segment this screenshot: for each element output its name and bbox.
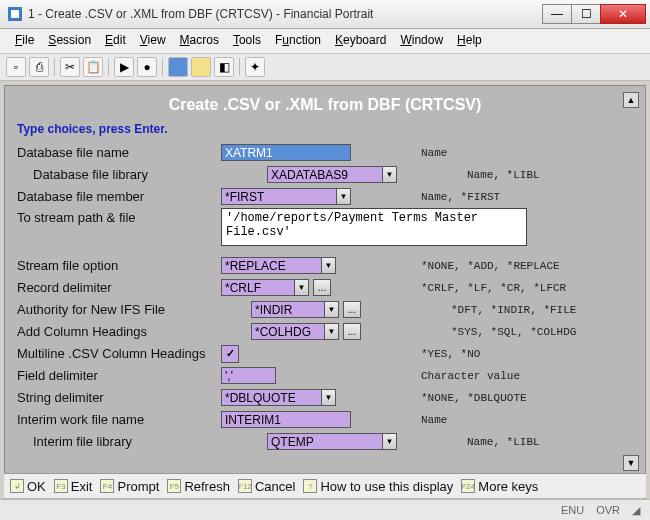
label-colhdg: Add Column Headings — [17, 324, 221, 339]
input-db-mbr[interactable] — [221, 188, 336, 205]
fkey-refresh[interactable]: F5Refresh — [167, 479, 230, 494]
hint-colhdg: *SYS, *SQL, *COLHDG — [451, 326, 576, 338]
screen-prompt: Type choices, press Enter. — [5, 122, 645, 142]
fkey-more[interactable]: F24More keys — [461, 479, 538, 494]
input-rcddlm[interactable] — [221, 279, 294, 296]
tool-settings-icon[interactable]: ✦ — [245, 57, 265, 77]
toolbar: ▫ ⎙ ✂ 📋 ▶ ● ◧ ✦ — [0, 54, 650, 81]
menubar: File Session Edit View Macros Tools Func… — [0, 29, 650, 54]
dropdown-db-mbr[interactable]: ▼ — [336, 188, 351, 205]
hint-mline: *YES, *NO — [421, 348, 480, 360]
form-area: Database file name Name Database file li… — [5, 142, 645, 452]
label-stmf: Stream file option — [17, 258, 221, 273]
dropdown-worklib[interactable]: ▼ — [382, 433, 397, 450]
menu-session[interactable]: Session — [41, 31, 98, 51]
fkey-prompt[interactable]: F4Prompt — [100, 479, 159, 494]
label-db-lib: Database file library — [17, 167, 237, 182]
label-auth: Authority for New IFS File — [17, 302, 221, 317]
hint-db-file: Name — [421, 147, 447, 159]
tool-record-icon[interactable]: ● — [137, 57, 157, 77]
hint-auth: *DFT, *INDIR, *FILE — [451, 304, 576, 316]
label-flddlm: Field delimiter — [17, 368, 221, 383]
tool-screen3-icon[interactable]: ◧ — [214, 57, 234, 77]
menu-keyboard[interactable]: Keyboard — [328, 31, 393, 51]
hint-rcddlm: *CRLF, *LF, *CR, *LFCR — [421, 282, 566, 294]
menu-edit[interactable]: Edit — [98, 31, 133, 51]
label-rcddlm: Record delimiter — [17, 280, 221, 295]
hint-worklib: Name, *LIBL — [467, 436, 540, 448]
hint-stmf: *NONE, *ADD, *REPLACE — [421, 260, 560, 272]
input-worklib[interactable] — [267, 433, 382, 450]
status-resize-icon[interactable]: ◢ — [632, 504, 640, 517]
tool-new-icon[interactable]: ▫ — [6, 57, 26, 77]
dropdown-stmf[interactable]: ▼ — [321, 257, 336, 274]
function-key-bar: ↲OK F3Exit F4Prompt F5Refresh F12Cancel … — [4, 473, 646, 498]
hint-db-lib: Name, *LIBL — [467, 169, 540, 181]
fkey-cancel[interactable]: F12Cancel — [238, 479, 295, 494]
menu-function[interactable]: Function — [268, 31, 328, 51]
input-db-file[interactable] — [221, 144, 351, 161]
label-strdlm: String delimiter — [17, 390, 221, 405]
checkbox-mline[interactable]: ✓ — [221, 345, 239, 363]
tool-print-icon[interactable]: ⎙ — [29, 57, 49, 77]
dropdown-rcddlm[interactable]: ▼ — [294, 279, 309, 296]
hint-work: Name — [421, 414, 447, 426]
input-flddlm[interactable] — [221, 367, 276, 384]
label-db-mbr: Database file member — [17, 189, 221, 204]
input-strdlm[interactable] — [221, 389, 321, 406]
label-mline: Multiline .CSV Column Headings — [17, 346, 221, 361]
window-title: 1 - Create .CSV or .XML from DBF (CRTCSV… — [28, 7, 543, 21]
tool-play-icon[interactable]: ▶ — [114, 57, 134, 77]
menu-view[interactable]: View — [133, 31, 173, 51]
fkey-exit[interactable]: F3Exit — [54, 479, 93, 494]
status-bar: ENU OVR ◢ — [0, 499, 650, 520]
label-path: To stream path & file — [17, 208, 221, 225]
input-path[interactable] — [221, 208, 527, 246]
menu-window[interactable]: Window — [393, 31, 450, 51]
close-button[interactable]: ✕ — [600, 4, 646, 24]
browse-rcddlm[interactable]: ... — [313, 279, 331, 296]
tool-copy-icon[interactable]: ✂ — [60, 57, 80, 77]
scroll-down-icon[interactable]: ▼ — [623, 455, 639, 471]
label-work: Interim work file name — [17, 412, 221, 427]
hint-flddlm: Character value — [421, 370, 520, 382]
input-colhdg[interactable] — [251, 323, 324, 340]
hint-strdlm: *NONE, *DBLQUOTE — [421, 392, 527, 404]
input-db-lib[interactable] — [267, 166, 382, 183]
label-worklib: Interim file library — [17, 434, 237, 449]
status-ovr: OVR — [596, 504, 620, 516]
svg-rect-1 — [11, 10, 19, 18]
label-db-file: Database file name — [17, 145, 221, 160]
browse-auth[interactable]: ... — [343, 301, 361, 318]
titlebar: 1 - Create .CSV or .XML from DBF (CRTCSV… — [0, 0, 650, 29]
tool-screen1-icon[interactable] — [168, 57, 188, 77]
tool-paste-icon[interactable]: 📋 — [83, 57, 103, 77]
hint-db-mbr: Name, *FIRST — [421, 191, 500, 203]
dropdown-strdlm[interactable]: ▼ — [321, 389, 336, 406]
input-auth[interactable] — [251, 301, 324, 318]
app-icon — [8, 7, 22, 21]
window-controls: — ☐ ✕ — [543, 4, 646, 24]
dropdown-auth[interactable]: ▼ — [324, 301, 339, 318]
menu-macros[interactable]: Macros — [173, 31, 226, 51]
scroll-up-icon[interactable]: ▲ — [623, 92, 639, 108]
status-lang: ENU — [561, 504, 584, 516]
tool-screen2-icon[interactable] — [191, 57, 211, 77]
menu-file[interactable]: File — [8, 31, 41, 51]
client-area: ▲ Create .CSV or .XML from DBF (CRTCSV) … — [4, 85, 646, 500]
dropdown-colhdg[interactable]: ▼ — [324, 323, 339, 340]
menu-help[interactable]: Help — [450, 31, 489, 51]
menu-tools[interactable]: Tools — [226, 31, 268, 51]
maximize-button[interactable]: ☐ — [571, 4, 601, 24]
browse-colhdg[interactable]: ... — [343, 323, 361, 340]
fkey-ok[interactable]: ↲OK — [10, 479, 46, 494]
input-work[interactable] — [221, 411, 351, 428]
screen-heading: Create .CSV or .XML from DBF (CRTCSV) — [5, 86, 645, 122]
input-stmf[interactable] — [221, 257, 321, 274]
minimize-button[interactable]: — — [542, 4, 572, 24]
fkey-howto[interactable]: ?How to use this display — [303, 479, 453, 494]
dropdown-db-lib[interactable]: ▼ — [382, 166, 397, 183]
